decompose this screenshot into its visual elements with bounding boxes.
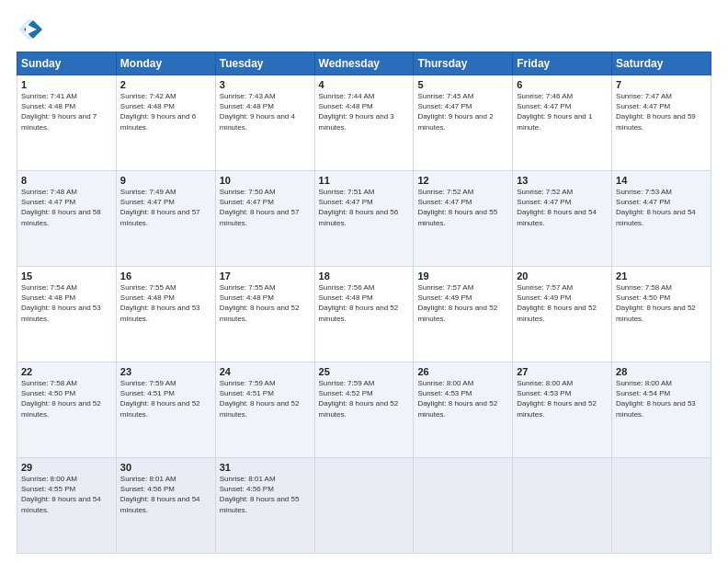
day-info: Sunrise: 7:43 AM Sunset: 4:48 PM Dayligh… [220,91,311,132]
sunset-label: Sunset: 4:47 PM [220,198,274,206]
day-info: Sunrise: 7:41 AM Sunset: 4:48 PM Dayligh… [21,91,112,132]
day-number: 24 [220,366,311,377]
day-number: 3 [220,79,311,90]
daylight-label: Daylight: 8 hours and 52 minutes. [417,399,497,418]
sunset-label: Sunset: 4:53 PM [417,389,472,397]
day-number: 19 [417,270,508,282]
calendar-cell: 14 Sunrise: 7:53 AM Sunset: 4:47 PM Dayl… [612,171,711,267]
sunrise-label: Sunrise: 7:41 AM [21,92,77,100]
calendar-cell: 2 Sunrise: 7:42 AM Sunset: 4:48 PM Dayli… [116,75,215,171]
calendar-cell: 24 Sunrise: 7:59 AM Sunset: 4:51 PM Dayl… [215,362,314,458]
sunrise-label: Sunrise: 7:48 AM [21,188,77,196]
day-info: Sunrise: 7:42 AM Sunset: 4:48 PM Dayligh… [120,91,211,132]
calendar-cell [314,458,414,554]
sunset-label: Sunset: 4:50 PM [616,293,670,302]
calendar-cell: 18 Sunrise: 7:56 AM Sunset: 4:48 PM Dayl… [314,267,414,362]
daylight-label: Daylight: 8 hours and 54 minutes. [120,495,200,513]
calendar-cell: 30 Sunrise: 8:01 AM Sunset: 4:56 PM Dayl… [116,458,215,554]
calendar-week-row: 15 Sunrise: 7:54 AM Sunset: 4:48 PM Dayl… [17,267,711,362]
calendar-cell: 13 Sunrise: 7:52 AM Sunset: 4:47 PM Dayl… [513,171,612,267]
calendar-cell: 31 Sunrise: 8:01 AM Sunset: 4:56 PM Dayl… [215,458,314,554]
calendar-cell: 5 Sunrise: 7:45 AM Sunset: 4:47 PM Dayli… [414,75,513,171]
header [17,17,711,42]
sunset-label: Sunset: 4:49 PM [517,293,571,302]
calendar-cell [612,458,711,554]
day-number: 4 [319,79,410,90]
day-number: 10 [220,175,311,186]
sunset-label: Sunset: 4:56 PM [220,485,274,493]
weekday-header: Sunday [17,52,117,75]
daylight-label: Daylight: 9 hours and 2 minutes. [417,112,493,131]
daylight-label: Daylight: 9 hours and 3 minutes. [319,112,394,131]
sunrise-label: Sunrise: 8:01 AM [220,475,276,483]
sunrise-label: Sunrise: 7:51 AM [319,188,375,196]
day-number: 16 [120,270,211,282]
calendar-table: SundayMondayTuesdayWednesdayThursdayFrid… [17,52,711,554]
daylight-label: Daylight: 8 hours and 52 minutes. [319,399,399,418]
day-info: Sunrise: 7:55 AM Sunset: 4:48 PM Dayligh… [120,282,211,324]
daylight-label: Daylight: 8 hours and 58 minutes. [21,208,101,226]
sunrise-label: Sunrise: 7:52 AM [517,188,573,196]
sunset-label: Sunset: 4:47 PM [319,198,373,206]
sunrise-label: Sunrise: 7:57 AM [417,283,473,292]
sunrise-label: Sunrise: 7:56 AM [319,283,375,292]
day-number: 25 [319,366,410,377]
weekday-header: Tuesday [215,52,314,75]
sunset-label: Sunset: 4:48 PM [21,293,75,302]
daylight-label: Daylight: 8 hours and 55 minutes. [417,208,497,226]
daylight-label: Daylight: 8 hours and 52 minutes. [220,399,300,418]
sunrise-label: Sunrise: 7:54 AM [21,283,77,292]
day-info: Sunrise: 7:49 AM Sunset: 4:47 PM Dayligh… [120,187,211,228]
calendar-week-row: 1 Sunrise: 7:41 AM Sunset: 4:48 PM Dayli… [17,75,711,171]
daylight-label: Daylight: 8 hours and 52 minutes. [517,399,597,418]
weekday-header: Friday [513,52,612,75]
day-number: 23 [120,366,211,377]
sunrise-label: Sunrise: 7:59 AM [220,379,276,387]
day-number: 6 [517,79,608,90]
sunrise-label: Sunrise: 7:58 AM [21,379,77,387]
calendar-cell: 6 Sunrise: 7:46 AM Sunset: 4:47 PM Dayli… [513,75,612,171]
day-info: Sunrise: 7:59 AM Sunset: 4:52 PM Dayligh… [319,378,410,419]
sunrise-label: Sunrise: 8:00 AM [417,379,473,387]
day-number: 8 [21,175,112,186]
day-number: 12 [417,175,508,186]
sunrise-label: Sunrise: 7:42 AM [120,92,176,100]
calendar-cell: 7 Sunrise: 7:47 AM Sunset: 4:47 PM Dayli… [612,75,711,171]
day-info: Sunrise: 7:46 AM Sunset: 4:47 PM Dayligh… [517,91,608,132]
day-info: Sunrise: 7:47 AM Sunset: 4:47 PM Dayligh… [616,91,707,132]
calendar-cell: 11 Sunrise: 7:51 AM Sunset: 4:47 PM Dayl… [314,171,414,267]
day-info: Sunrise: 7:53 AM Sunset: 4:47 PM Dayligh… [616,187,707,228]
day-number: 21 [616,270,707,282]
calendar-cell: 3 Sunrise: 7:43 AM Sunset: 4:48 PM Dayli… [215,75,314,171]
calendar-cell: 21 Sunrise: 7:58 AM Sunset: 4:50 PM Dayl… [612,267,711,362]
daylight-label: Daylight: 8 hours and 54 minutes. [517,208,597,226]
calendar-cell: 19 Sunrise: 7:57 AM Sunset: 4:49 PM Dayl… [414,267,513,362]
sunrise-label: Sunrise: 7:50 AM [220,188,276,196]
day-number: 2 [120,79,211,90]
daylight-label: Daylight: 8 hours and 56 minutes. [319,208,399,226]
day-number: 15 [21,270,112,282]
calendar-cell: 28 Sunrise: 8:00 AM Sunset: 4:54 PM Dayl… [612,362,711,458]
sunset-label: Sunset: 4:53 PM [517,389,571,397]
sunset-label: Sunset: 4:48 PM [319,293,373,302]
day-info: Sunrise: 7:54 AM Sunset: 4:48 PM Dayligh… [21,282,112,324]
day-number: 13 [517,175,608,186]
sunset-label: Sunset: 4:47 PM [517,198,571,206]
day-info: Sunrise: 7:57 AM Sunset: 4:49 PM Dayligh… [417,282,508,324]
sunset-label: Sunset: 4:52 PM [319,389,373,397]
calendar-cell: 26 Sunrise: 8:00 AM Sunset: 4:53 PM Dayl… [414,362,513,458]
daylight-label: Daylight: 8 hours and 54 minutes. [616,208,696,226]
day-info: Sunrise: 7:51 AM Sunset: 4:47 PM Dayligh… [319,187,410,228]
day-number: 9 [120,175,211,186]
calendar-week-row: 29 Sunrise: 8:00 AM Sunset: 4:55 PM Dayl… [17,458,711,554]
calendar-cell: 1 Sunrise: 7:41 AM Sunset: 4:48 PM Dayli… [17,75,117,171]
sunrise-label: Sunrise: 8:00 AM [517,379,573,387]
sunrise-label: Sunrise: 7:45 AM [417,92,473,100]
calendar-cell: 9 Sunrise: 7:49 AM Sunset: 4:47 PM Dayli… [116,171,215,267]
sunset-label: Sunset: 4:50 PM [21,389,75,397]
sunset-label: Sunset: 4:48 PM [120,293,175,302]
weekday-header: Wednesday [314,52,414,75]
daylight-label: Daylight: 8 hours and 53 minutes. [21,304,101,322]
day-info: Sunrise: 7:45 AM Sunset: 4:47 PM Dayligh… [417,91,508,132]
logo [17,17,48,42]
